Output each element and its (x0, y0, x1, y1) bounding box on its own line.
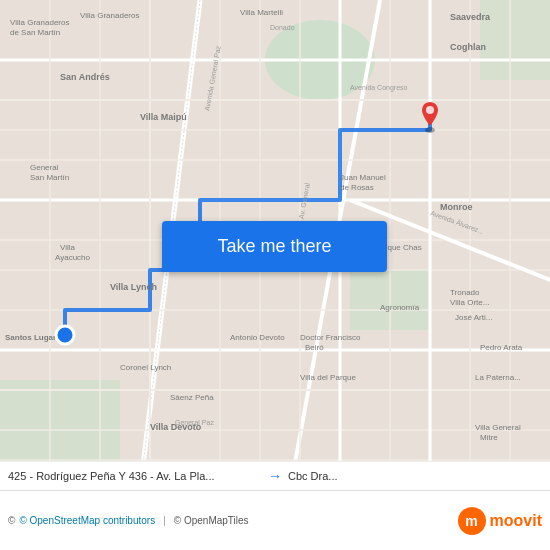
route-info-bar: 425 - Rodríguez Peña Y 436 - Av. La Pla.… (0, 461, 550, 490)
svg-text:Villa Martelli: Villa Martelli (240, 8, 283, 17)
svg-text:de San Martín: de San Martín (10, 28, 60, 37)
svg-text:Agronomía: Agronomía (380, 303, 420, 312)
svg-text:Coronel Lynch: Coronel Lynch (120, 363, 171, 372)
svg-text:Avenida Congreso: Avenida Congreso (350, 84, 408, 92)
svg-text:Doctor Francisco: Doctor Francisco (300, 333, 361, 342)
route-from: 425 - Rodríguez Peña Y 436 - Av. La Pla.… (8, 470, 262, 482)
attribution-bar: © © OpenStreetMap contributors | © OpenM… (0, 490, 550, 550)
svg-text:Villa del Parque: Villa del Parque (300, 373, 356, 382)
svg-text:General: General (30, 163, 59, 172)
svg-text:Ayacucho: Ayacucho (55, 253, 91, 262)
route-arrow: → (268, 468, 282, 484)
svg-text:San Andrés: San Andrés (60, 72, 110, 82)
svg-text:Saavedra: Saavedra (450, 12, 491, 22)
separator: | (163, 515, 166, 526)
svg-text:Villa Maipú: Villa Maipú (140, 112, 187, 122)
svg-text:San Martín: San Martín (30, 173, 69, 182)
svg-point-75 (426, 106, 434, 114)
take-me-there-button[interactable]: Take me there (162, 221, 387, 272)
map-container: San Andrés Villa Maipú General San Martí… (0, 0, 550, 490)
svg-text:Juan Manuel: Juan Manuel (340, 173, 386, 182)
moovit-icon-char: m (465, 513, 477, 529)
svg-text:Villa Granaderos: Villa Granaderos (10, 18, 69, 27)
moovit-logo: m moovit (458, 507, 542, 535)
svg-text:Donado: Donado (270, 24, 295, 31)
svg-text:Monroe: Monroe (440, 202, 473, 212)
svg-text:Beiró: Beiró (305, 343, 324, 352)
svg-text:Coghlan: Coghlan (450, 42, 486, 52)
svg-text:Sáenz Peña: Sáenz Peña (170, 393, 214, 402)
svg-point-74 (425, 127, 435, 133)
svg-text:Villa General: Villa General (475, 423, 521, 432)
svg-point-73 (56, 326, 74, 344)
take-me-there-label: Take me there (217, 236, 331, 257)
svg-text:de Rosas: de Rosas (340, 183, 374, 192)
route-to: Cbc Dra... (288, 470, 542, 482)
svg-text:La Paterna...: La Paterna... (475, 373, 521, 382)
openmaptiles-text: © OpenMapTiles (174, 515, 249, 526)
svg-rect-3 (480, 0, 550, 80)
svg-text:José Arti...: José Arti... (455, 313, 492, 322)
svg-text:Villa: Villa (60, 243, 76, 252)
svg-text:Pedro Arata: Pedro Arata (480, 343, 523, 352)
svg-text:Villa Lynch: Villa Lynch (110, 282, 157, 292)
moovit-brand-name: moovit (490, 512, 542, 530)
svg-text:Tronado: Tronado (450, 288, 480, 297)
copyright-symbol: © (8, 515, 15, 526)
svg-text:Mitre: Mitre (480, 433, 498, 442)
svg-text:Villa Orte...: Villa Orte... (450, 298, 489, 307)
svg-text:Villa Granaderos: Villa Granaderos (80, 11, 139, 20)
svg-text:General Paz: General Paz (175, 419, 214, 426)
svg-text:Antonio Devoto: Antonio Devoto (230, 333, 285, 342)
openstreetmap-link[interactable]: © OpenStreetMap contributors (19, 515, 155, 526)
moovit-icon: m (458, 507, 486, 535)
